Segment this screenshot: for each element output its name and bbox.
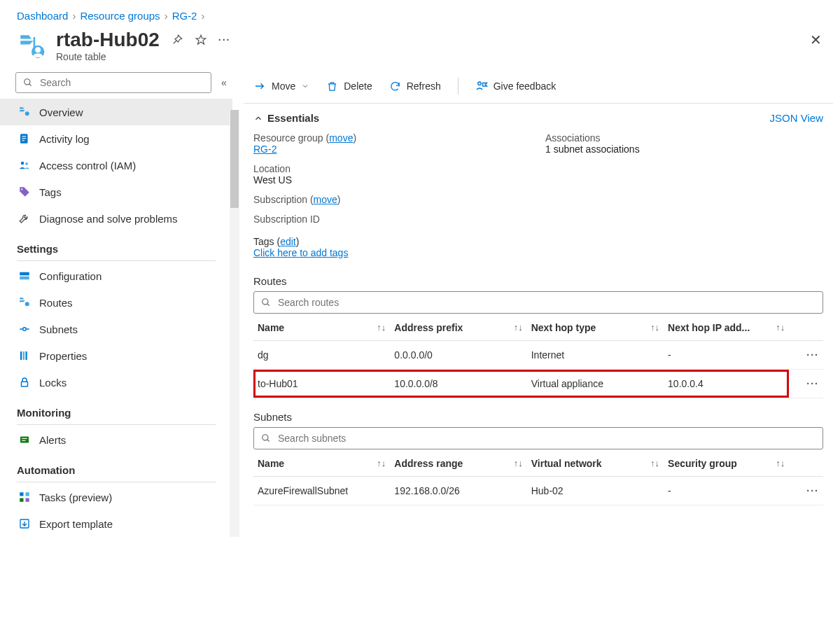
col-name[interactable]: Name↑↓ — [253, 451, 390, 477]
routes-search-input[interactable] — [276, 296, 816, 309]
divider — [17, 424, 216, 425]
sidebar-item-activity-log[interactable]: Activity log — [0, 125, 232, 152]
sort-icon[interactable]: ↑↓ — [776, 458, 785, 468]
sort-icon[interactable]: ↑↓ — [377, 322, 386, 333]
refresh-button[interactable]: Refresh — [389, 81, 441, 92]
col-vnet[interactable]: Virtual network↑↓ — [527, 451, 664, 477]
sidebar: « Overview Activity log Access control (… — [0, 72, 239, 537]
subnets-icon — [18, 323, 31, 335]
routes-search[interactable] — [253, 291, 823, 314]
svg-rect-18 — [20, 437, 29, 443]
col-prefix[interactable]: Address prefix↑↓ — [390, 315, 526, 341]
collapse-sidebar-icon[interactable]: « — [218, 74, 230, 91]
svg-point-27 — [262, 299, 268, 305]
table-row[interactable]: to-Hub0110.0.0.0/8Virtual appliance10.0.… — [253, 370, 823, 398]
sort-icon[interactable]: ↑↓ — [776, 322, 785, 333]
sidebar-item-tasks[interactable]: Tasks (preview) — [0, 484, 232, 510]
refresh-icon — [389, 81, 401, 92]
sidebar-search-input[interactable] — [38, 76, 204, 89]
sidebar-item-export-template[interactable]: Export template — [0, 510, 232, 537]
sort-icon[interactable]: ↑↓ — [650, 322, 659, 333]
sidebar-item-iam[interactable]: Access control (IAM) — [0, 152, 232, 179]
row-menu-icon[interactable]: ··· — [789, 477, 823, 505]
search-icon — [261, 298, 271, 307]
breadcrumb-item[interactable]: Resource groups — [80, 10, 160, 22]
row-menu-icon[interactable]: ··· — [789, 341, 823, 370]
properties-icon — [18, 349, 31, 362]
more-icon[interactable]: ··· — [218, 34, 231, 46]
sidebar-item-label: Overview — [39, 106, 83, 118]
sidebar-item-label: Export template — [39, 518, 113, 530]
sidebar-item-properties[interactable]: Properties — [0, 342, 232, 369]
sidebar-item-label: Routes — [39, 297, 73, 309]
svg-rect-6 — [22, 138, 26, 139]
sidebar-item-configuration[interactable]: Configuration — [0, 263, 232, 289]
subnets-search-input[interactable] — [276, 432, 816, 445]
col-hop-type[interactable]: Next hop type↑↓ — [527, 315, 664, 341]
col-hop-ip[interactable]: Next hop IP add...↑↓ — [664, 315, 789, 341]
sidebar-item-label: Tasks (preview) — [39, 491, 112, 503]
sidebar-item-tags[interactable]: Tags — [0, 179, 232, 205]
sidebar-item-label: Access control (IAM) — [39, 160, 136, 172]
svg-rect-20 — [22, 440, 25, 441]
table-row[interactable]: dg0.0.0.0/0Internet-··· — [253, 341, 823, 370]
svg-rect-15 — [23, 351, 24, 360]
move-link[interactable]: move — [314, 194, 337, 205]
resource-group-link[interactable]: RG-2 — [253, 144, 276, 155]
sort-icon[interactable]: ↑↓ — [650, 458, 659, 468]
sidebar-heading-automation: Automation — [0, 453, 232, 480]
sidebar-item-overview[interactable]: Overview — [0, 99, 232, 125]
toolbar: Move Delete Refresh Give feedback — [244, 72, 833, 104]
button-label: Refresh — [407, 81, 441, 92]
content-pane: Move Delete Refresh Give feedback Essent… — [239, 72, 840, 537]
svg-rect-21 — [20, 492, 23, 496]
sort-icon[interactable]: ↑↓ — [514, 458, 523, 468]
routes-table: Name↑↓ Address prefix↑↓ Next hop type↑↓ … — [253, 315, 823, 398]
arrow-right-icon — [253, 80, 266, 92]
svg-rect-11 — [20, 272, 29, 276]
breadcrumb-item[interactable]: RG-2 — [172, 10, 197, 22]
sidebar-item-label: Tags — [39, 186, 62, 198]
scrollbar-thumb[interactable] — [230, 110, 239, 208]
sidebar-item-locks[interactable]: Locks — [0, 369, 232, 396]
star-icon[interactable] — [195, 34, 207, 46]
tags-edit-link[interactable]: edit — [280, 236, 296, 247]
row-menu-icon[interactable]: ··· — [789, 370, 823, 398]
col-range[interactable]: Address range↑↓ — [390, 451, 526, 477]
breadcrumb-item[interactable]: Dashboard — [17, 10, 68, 22]
svg-rect-14 — [20, 351, 22, 360]
svg-rect-24 — [26, 498, 29, 502]
subnets-search[interactable] — [253, 427, 823, 449]
button-label: Move — [272, 81, 295, 92]
scrollbar[interactable] — [230, 110, 239, 537]
sidebar-item-diagnose[interactable]: Diagnose and solve problems — [0, 205, 232, 232]
search-icon — [261, 433, 271, 443]
feedback-button[interactable]: Give feedback — [475, 80, 556, 92]
svg-point-2 — [24, 79, 30, 85]
sort-icon[interactable]: ↑↓ — [514, 322, 523, 333]
ess-label: Location — [253, 163, 531, 174]
chevron-up-icon — [253, 113, 263, 123]
add-tags-link[interactable]: Click here to add tags — [253, 247, 348, 258]
page-header: rtab-Hub02 ··· Route table ✕ — [0, 27, 840, 72]
close-icon[interactable]: ✕ — [806, 29, 826, 51]
essentials-toggle[interactable]: Essentials JSON View — [244, 104, 833, 130]
alerts-icon — [18, 433, 31, 446]
delete-button[interactable]: Delete — [326, 81, 372, 92]
col-name[interactable]: Name↑↓ — [253, 315, 390, 341]
sidebar-item-subnets[interactable]: Subnets — [0, 316, 232, 342]
sort-icon[interactable]: ↑↓ — [377, 458, 386, 468]
json-view-link[interactable]: JSON View — [770, 112, 823, 124]
move-button[interactable]: Move — [253, 80, 309, 92]
svg-point-8 — [21, 162, 24, 165]
table-row[interactable]: AzureFirewallSubnet192.168.0.0/26Hub-02-… — [253, 477, 823, 505]
sidebar-item-alerts[interactable]: Alerts — [0, 426, 232, 453]
col-sg[interactable]: Security group↑↓ — [664, 451, 789, 477]
page-title: rtab-Hub02 — [56, 29, 160, 51]
svg-rect-23 — [20, 498, 23, 502]
sidebar-search[interactable] — [15, 72, 211, 93]
svg-point-1 — [35, 47, 41, 53]
pin-icon[interactable] — [171, 34, 183, 46]
move-link[interactable]: move — [329, 132, 353, 144]
sidebar-item-routes[interactable]: Routes — [0, 289, 232, 316]
